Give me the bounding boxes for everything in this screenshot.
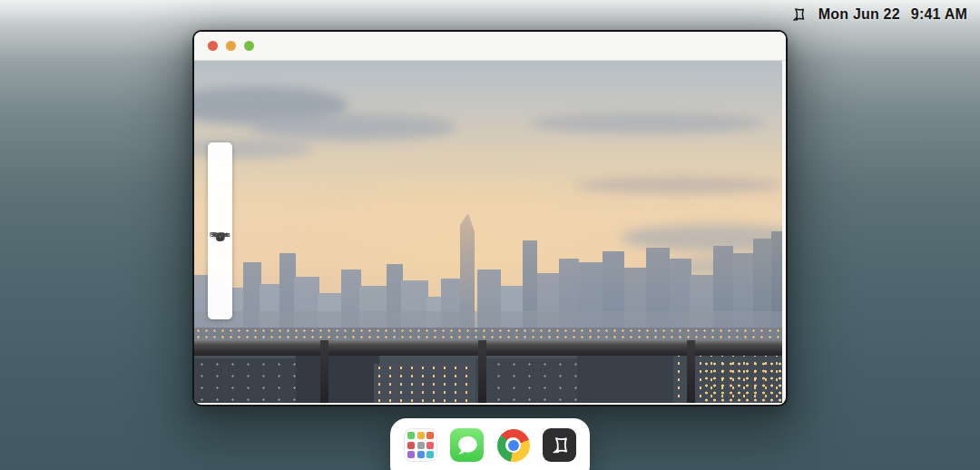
wallpaper-photo: Spaces Timer Media xyxy=(194,61,782,403)
messages-bubble-icon xyxy=(454,432,481,459)
foreground-building xyxy=(296,353,379,403)
flow-app-icon xyxy=(789,5,808,24)
launchpad-cell xyxy=(407,442,415,449)
dock-item-launchpad[interactable] xyxy=(404,428,437,462)
traffic-light-minimize[interactable] xyxy=(226,41,236,51)
window-titlebar[interactable] xyxy=(194,32,786,61)
launchpad-cell xyxy=(417,451,425,458)
app-window: Spaces Timer Media xyxy=(192,30,788,406)
railing-post xyxy=(687,340,695,403)
foreground-building xyxy=(374,364,481,403)
menubar-clock: Mon Jun 22 9:41 AM xyxy=(789,5,967,24)
city-lights-cluster xyxy=(702,360,782,402)
menubar-time: 9:41 AM xyxy=(911,6,967,23)
launchpad-cell xyxy=(407,432,415,439)
launchpad-cell xyxy=(417,432,425,439)
foreground-building xyxy=(577,355,679,403)
chrome-icon xyxy=(497,429,530,462)
launchpad-cell xyxy=(426,442,434,449)
dock-item-chrome[interactable] xyxy=(496,428,530,462)
dock-item-flow-app[interactable] xyxy=(543,428,576,462)
sidebar-item-label: Fortune xyxy=(210,231,230,237)
launchpad-cell xyxy=(417,442,425,449)
widget-sidebar: Spaces Timer Media xyxy=(208,142,232,319)
launchpad-cell xyxy=(407,451,415,458)
dock-item-messages[interactable] xyxy=(450,428,484,462)
railing-post xyxy=(320,340,328,403)
foreground-building xyxy=(194,358,301,403)
launchpad-cell xyxy=(426,432,434,439)
launchpad-cell xyxy=(426,451,434,458)
flow-app-icon xyxy=(548,434,572,457)
foreground-building xyxy=(475,358,583,403)
traffic-light-zoom[interactable] xyxy=(244,41,254,51)
railing-post xyxy=(478,340,486,403)
dock xyxy=(390,418,590,470)
traffic-light-close[interactable] xyxy=(208,41,218,51)
desktop: Mon Jun 22 9:41 AM xyxy=(0,0,980,470)
menubar-date: Mon Jun 22 xyxy=(818,6,900,23)
